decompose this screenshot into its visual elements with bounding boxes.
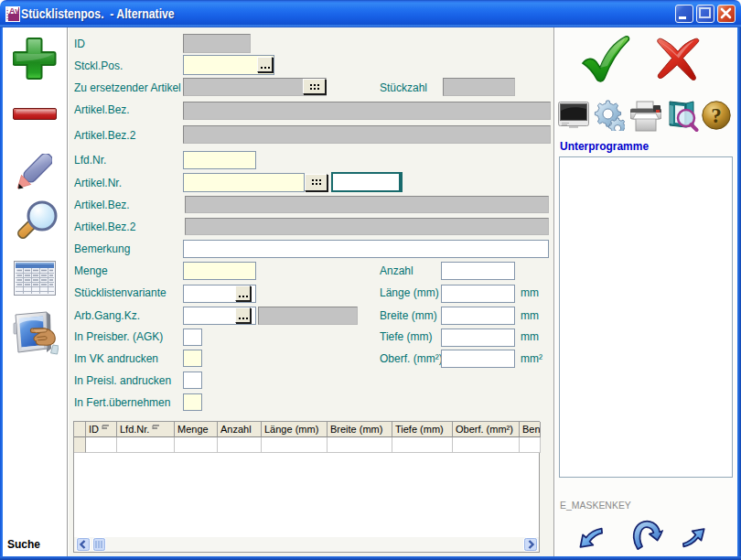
- svg-text:Av: Av: [9, 6, 19, 16]
- svg-text:?: ?: [711, 104, 722, 127]
